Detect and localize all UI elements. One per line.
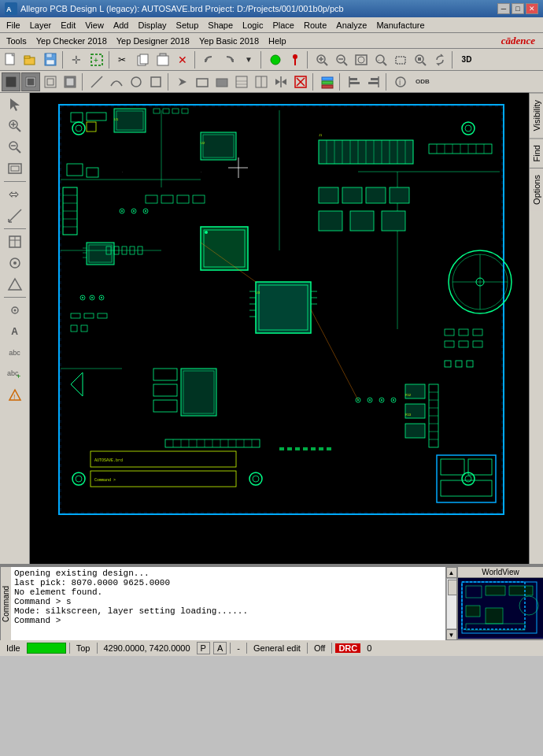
redo-button[interactable] (220, 50, 238, 69)
menu-route[interactable]: Route (299, 19, 331, 32)
t2-toggle1[interactable] (2, 72, 20, 91)
zoom-prev-button[interactable]: - (371, 50, 390, 69)
lp-arrow-select[interactable] (3, 94, 27, 115)
odb-button[interactable]: ODB (411, 72, 434, 91)
zoom-world-button[interactable] (352, 50, 371, 69)
t2-layer-btn[interactable] (318, 72, 337, 91)
menu-setup[interactable]: Setup (172, 19, 204, 32)
pcb-design-canvas[interactable]: U1 U2 U3 J1 (30, 93, 529, 564)
lp-zoom-fit[interactable] (3, 158, 27, 179)
bottom-area: Command Opening existing design... last … (0, 564, 543, 639)
undo-button[interactable] (200, 50, 219, 69)
drc-status[interactable]: DRC (335, 643, 360, 653)
t2-toggle3[interactable] (41, 72, 60, 91)
scroll-down-arrow[interactable]: ▼ (446, 629, 457, 640)
svg-text:AUTOSAVE.brd: AUTOSAVE.brd (94, 458, 123, 463)
visibility-tab[interactable]: Visibility (530, 93, 544, 138)
t2-align-left-btn[interactable] (345, 72, 364, 91)
zoom-fit-button[interactable] (411, 50, 430, 69)
menu-display[interactable]: Display (133, 19, 171, 32)
menu-analyze[interactable]: Analyze (331, 19, 371, 32)
lp-connect[interactable]: ⬄ (3, 184, 27, 205)
menu-file[interactable]: File (2, 19, 25, 32)
status-bar: Idle Top 4290.0000, 7420.0000 P A - Gene… (0, 639, 543, 656)
menu-add[interactable]: Add (109, 19, 134, 32)
active-layer[interactable]: Top (73, 643, 94, 654)
options-tab[interactable]: Options (530, 168, 544, 211)
t2-arc-btn[interactable] (107, 72, 126, 91)
lp-via-tool[interactable] (3, 253, 27, 273)
select-add-button[interactable]: + (87, 50, 106, 69)
t2-arrow-btn[interactable] (173, 72, 192, 91)
menu-yep-designer[interactable]: Yep Designer 2018 (112, 35, 194, 47)
lp-measure[interactable] (3, 206, 27, 226)
console-output[interactable]: Opening existing design... last pick: 80… (11, 567, 445, 640)
menu-shape[interactable]: Shape (203, 19, 238, 32)
svg-point-278 (393, 399, 394, 401)
scroll-track[interactable] (446, 578, 457, 629)
zoom-rect-button[interactable] (391, 50, 410, 69)
menu-place[interactable]: Place (268, 19, 299, 32)
delete-button[interactable]: ✕ (173, 50, 192, 69)
t2-property-btn[interactable]: i (391, 72, 410, 91)
down-arrow-button[interactable]: ▼ (239, 50, 258, 69)
t2-split-btn[interactable] (252, 72, 271, 91)
paste-button[interactable] (153, 50, 172, 69)
menu-yep-basic[interactable]: Yep Basic 2018 (194, 35, 264, 47)
t2-toggle4[interactable] (61, 72, 79, 91)
lp-triangle-tool[interactable] (3, 274, 27, 295)
lp-add-component[interactable] (3, 232, 27, 252)
menu-manufacture[interactable]: Manufacture (371, 19, 429, 32)
menu-layer[interactable]: Layer (25, 19, 57, 32)
t2-circle-btn[interactable] (127, 72, 146, 91)
lp-abc-plus-tool[interactable]: abc+ (3, 364, 27, 384)
lp-zoom-in[interactable] (3, 116, 27, 136)
t2-select-rect-btn[interactable] (146, 72, 165, 91)
select-button[interactable]: ✛ (68, 50, 87, 69)
menu-logic[interactable]: Logic (238, 19, 268, 32)
menu-yep-checker[interactable]: Yep Checker 2018 (31, 35, 112, 47)
lp-sep-3 (4, 297, 26, 298)
zoom-out-button[interactable] (332, 50, 351, 69)
maximize-button[interactable]: □ (512, 3, 524, 14)
open-button[interactable] (21, 50, 40, 69)
3d-button[interactable]: 3D (457, 50, 476, 69)
pcb-canvas-area[interactable]: U1 U2 U3 J1 (30, 93, 529, 564)
svg-line-27 (344, 62, 347, 65)
lp-drc-tool[interactable]: ! (3, 385, 27, 406)
refresh-button[interactable] (430, 50, 449, 69)
highlight-button[interactable] (266, 50, 285, 69)
t2-pattern-btn[interactable] (232, 72, 251, 91)
t2-align-right-btn[interactable] (364, 72, 383, 91)
snap-mode[interactable]: A (213, 642, 227, 654)
close-button[interactable]: ✕ (526, 3, 538, 14)
t2-flip-btn[interactable] (272, 72, 290, 91)
off-label[interactable]: Off (311, 643, 328, 654)
t2-toggle2[interactable] (21, 72, 40, 91)
cut-button[interactable]: ✂ (114, 50, 133, 69)
lp-gear-tool[interactable] (3, 300, 27, 321)
t2-delete-shape-btn[interactable] (291, 72, 310, 91)
menu-view[interactable]: View (80, 19, 109, 32)
console-scrollbar[interactable]: ▲ ▼ (445, 567, 456, 640)
lp-text-tool[interactable]: A (3, 321, 27, 342)
zoom-in-button[interactable] (312, 50, 331, 69)
menu-edit[interactable]: Edit (56, 19, 80, 32)
scroll-thumb[interactable] (448, 580, 457, 595)
copy-button[interactable] (134, 50, 153, 69)
minimize-button[interactable]: ─ (497, 3, 510, 14)
new-button[interactable] (2, 50, 20, 69)
pick-mode[interactable]: P (197, 642, 210, 654)
minimap-canvas[interactable] (458, 578, 543, 639)
menu-help[interactable]: Help (264, 35, 291, 47)
lp-abc-tool[interactable]: abc (3, 343, 27, 363)
scroll-up-arrow[interactable]: ▲ (446, 567, 457, 578)
t2-solid-rect-btn[interactable] (212, 72, 231, 91)
save-button[interactable] (41, 50, 60, 69)
lp-zoom-out[interactable] (3, 137, 27, 158)
menu-tools[interactable]: Tools (2, 35, 31, 47)
t2-line-btn[interactable] (87, 72, 106, 91)
pin-button[interactable] (286, 50, 305, 69)
t2-rect-btn[interactable] (193, 72, 212, 91)
find-tab[interactable]: Find (530, 138, 544, 168)
